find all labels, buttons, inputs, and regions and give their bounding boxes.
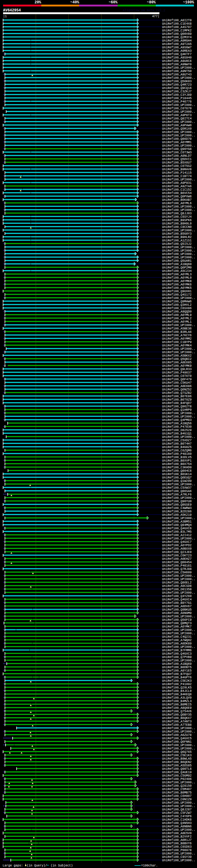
svg-text:Large gaps:: Large gaps:	[3, 864, 23, 867]
svg-text:20%: 20%	[34, 0, 41, 5]
svg-text:~80%: ~80%	[147, 0, 156, 5]
svg-text:|1: |1	[3, 15, 7, 18]
svg-text:~40%: ~40%	[70, 0, 79, 5]
svg-text:477|: 477|	[152, 15, 159, 18]
svg-text:(in Subject): (in Subject)	[51, 864, 73, 867]
svg-text:AV642954: AV642954	[3, 8, 21, 12]
svg-text:=100char.: =100char.	[141, 864, 158, 867]
svg-text:AlignView.pm Beta rel.2: AlignView.pm Beta rel.2	[123, 9, 165, 12]
svg-text:~100%: ~100%	[183, 0, 194, 5]
svg-text:UniRef100_UPI000..: UniRef100_UPI000..	[162, 859, 195, 862]
svg-text:~60%: ~60%	[109, 0, 118, 5]
svg-text:(in Query)/: (in Query)/	[27, 864, 47, 867]
